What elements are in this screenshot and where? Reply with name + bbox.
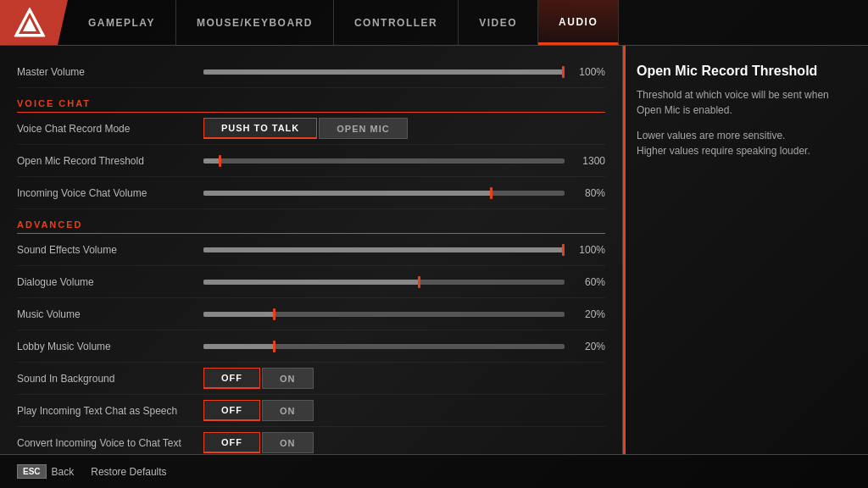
master-volume-control: 100%: [203, 66, 605, 78]
incoming-voice-volume-thumb: [490, 187, 492, 199]
incoming-voice-volume-value: 80%: [571, 187, 605, 199]
open-mic-threshold-row: Open Mic Record Threshold 1300: [17, 145, 605, 177]
voice-chat-record-mode-row: Voice Chat Record Mode Push to Talk Open…: [17, 113, 605, 145]
sound-effects-volume-track[interactable]: [203, 247, 565, 252]
footer: ESC Back Restore Defaults: [0, 454, 868, 488]
open-mic-threshold-track[interactable]: [203, 158, 565, 164]
header-nav: GAMEPLAY MOUSE/KEYBOARD CONTROLLER VIDEO…: [0, 0, 868, 46]
music-volume-row: Music Volume 20%: [17, 298, 605, 330]
sound-in-background-control: Off On: [203, 368, 605, 389]
incoming-text-as-speech-on-btn[interactable]: On: [262, 400, 314, 421]
advanced-section-header: ADVANCED: [17, 213, 605, 234]
open-mic-threshold-control: 1300: [203, 155, 605, 167]
music-volume-value: 20%: [571, 308, 605, 320]
master-volume-value: 100%: [571, 66, 605, 78]
open-mic-threshold-thumb: [219, 155, 221, 167]
info-panel-description1: Threshold at which voice will be sent wh…: [637, 87, 854, 118]
back-button[interactable]: ESC Back: [17, 464, 74, 479]
sound-in-background-on-btn[interactable]: On: [262, 368, 314, 389]
sound-effects-volume-thumb: [562, 244, 565, 256]
sound-effects-volume-label: Sound Effects Volume: [17, 244, 203, 256]
sound-in-background-row: Sound In Background Off On: [17, 363, 605, 395]
lobby-music-volume-track[interactable]: [203, 344, 565, 349]
info-panel-title: Open Mic Record Threshold: [637, 63, 854, 80]
lobby-music-volume-label: Lobby Music Volume: [17, 341, 203, 352]
lobby-music-volume-fill: [203, 344, 275, 349]
dialogue-volume-fill: [203, 280, 420, 285]
sound-in-background-toggle: Off On: [203, 368, 314, 389]
apex-logo: [13, 6, 47, 40]
lobby-music-volume-row: Lobby Music Volume 20%: [17, 330, 605, 363]
incoming-voice-volume-fill: [203, 191, 492, 196]
convert-incoming-voice-on-btn[interactable]: On: [262, 432, 314, 453]
master-volume-label: Master Volume: [17, 66, 203, 78]
tab-controller[interactable]: CONTROLLER: [334, 0, 459, 45]
logo-area: [0, 0, 68, 45]
sound-effects-volume-control: 100%: [203, 244, 605, 256]
incoming-voice-volume-control: 80%: [203, 187, 605, 199]
lobby-music-volume-value: 20%: [571, 341, 605, 352]
lobby-music-volume-control: 20%: [203, 341, 605, 352]
voice-chat-section-header: VOICE CHAT: [17, 92, 605, 113]
sound-in-background-label: Sound In Background: [17, 373, 203, 385]
info-panel-description2: Lower values are more sensitive. Higher …: [637, 128, 854, 158]
dialogue-volume-value: 60%: [571, 276, 605, 288]
info-panel-accent-bar: [623, 46, 626, 454]
restore-defaults-label: Restore Defaults: [91, 466, 166, 478]
tab-mouse-keyboard[interactable]: MOUSE/KEYBOARD: [176, 0, 334, 45]
sound-effects-volume-row: Sound Effects Volume 100%: [17, 234, 605, 266]
lobby-music-volume-thumb: [273, 341, 275, 352]
dialogue-volume-thumb: [418, 276, 420, 288]
nav-tabs: GAMEPLAY MOUSE/KEYBOARD CONTROLLER VIDEO…: [68, 0, 868, 45]
incoming-voice-volume-label: Incoming Voice Chat Volume: [17, 187, 203, 199]
dialogue-volume-row: Dialogue Volume 60%: [17, 266, 605, 298]
incoming-text-as-speech-off-btn[interactable]: Off: [203, 400, 260, 421]
master-volume-fill: [203, 69, 565, 75]
open-mic-btn[interactable]: Open Mic: [319, 118, 407, 139]
voice-chat-record-mode-toggle: Push to Talk Open Mic: [203, 118, 408, 139]
incoming-text-as-speech-control: Off On: [203, 400, 605, 421]
convert-incoming-voice-control: Off On: [203, 432, 605, 453]
convert-incoming-voice-off-btn[interactable]: Off: [203, 432, 260, 453]
open-mic-threshold-fill: [203, 158, 221, 164]
incoming-text-as-speech-row: Play Incoming Text Chat as Speech Off On: [17, 395, 605, 427]
esc-key-badge: ESC: [17, 464, 47, 479]
open-mic-threshold-label: Open Mic Record Threshold: [17, 155, 203, 167]
sound-effects-volume-fill: [203, 247, 565, 252]
master-volume-row: Master Volume 100%: [17, 56, 605, 88]
tab-video[interactable]: VIDEO: [459, 0, 538, 45]
open-mic-threshold-value: 1300: [571, 155, 605, 167]
voice-chat-record-mode-label: Voice Chat Record Mode: [17, 123, 203, 135]
music-volume-control: 20%: [203, 308, 605, 320]
push-to-talk-btn[interactable]: Push to Talk: [203, 118, 317, 139]
music-volume-fill: [203, 312, 275, 317]
back-label: Back: [52, 466, 75, 478]
dialogue-volume-label: Dialogue Volume: [17, 276, 203, 288]
master-volume-thumb: [562, 66, 565, 78]
incoming-voice-volume-track[interactable]: [203, 191, 565, 196]
convert-incoming-voice-label: Convert Incoming Voice to Chat Text: [17, 437, 203, 449]
tab-gameplay[interactable]: GAMEPLAY: [68, 0, 176, 45]
incoming-text-as-speech-label: Play Incoming Text Chat as Speech: [17, 405, 203, 417]
tab-audio[interactable]: AUDIO: [538, 0, 619, 45]
settings-panel: Master Volume 100% VOICE CHAT Voice Chat…: [0, 46, 622, 454]
voice-chat-record-mode-control: Push to Talk Open Mic: [203, 118, 605, 139]
restore-defaults-button[interactable]: Restore Defaults: [91, 466, 166, 478]
main-content: Master Volume 100% VOICE CHAT Voice Chat…: [0, 46, 868, 454]
music-volume-label: Music Volume: [17, 308, 203, 320]
music-volume-thumb: [273, 308, 275, 320]
info-panel: Open Mic Record Threshold Threshold at w…: [622, 46, 868, 454]
convert-incoming-voice-toggle: Off On: [203, 432, 314, 453]
dialogue-volume-track[interactable]: [203, 280, 565, 285]
convert-incoming-voice-row: Convert Incoming Voice to Chat Text Off …: [17, 427, 605, 454]
sound-effects-volume-value: 100%: [571, 244, 605, 256]
sound-in-background-off-btn[interactable]: Off: [203, 368, 260, 389]
music-volume-track[interactable]: [203, 312, 565, 317]
master-volume-track[interactable]: [203, 69, 565, 75]
incoming-voice-volume-row: Incoming Voice Chat Volume 80%: [17, 177, 605, 209]
incoming-text-as-speech-toggle: Off On: [203, 400, 314, 421]
dialogue-volume-control: 60%: [203, 276, 605, 288]
